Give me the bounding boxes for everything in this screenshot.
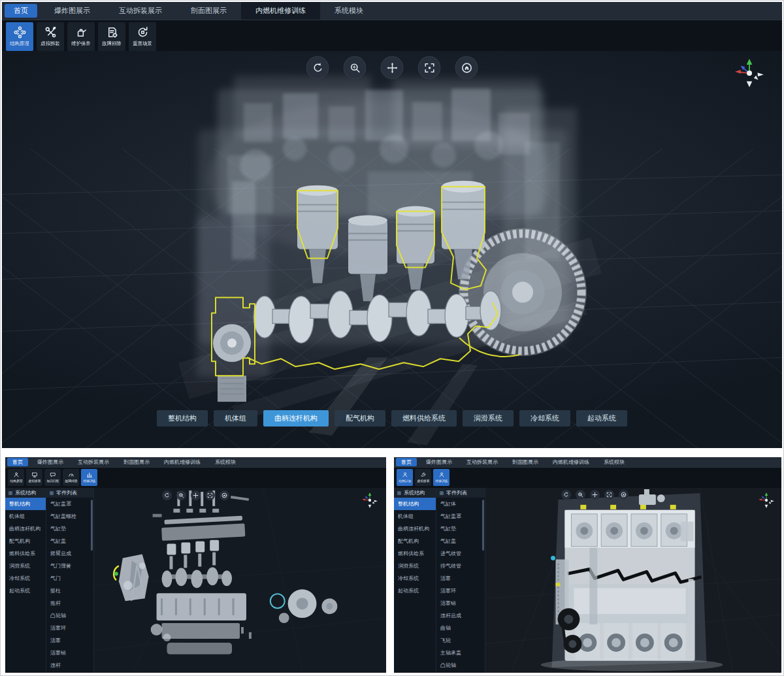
right-part-item[interactable]: 主轴承盖 xyxy=(436,647,485,659)
right-tool-1[interactable]: 结构认知 xyxy=(397,469,413,486)
right-system-item[interactable]: 润滑系统 xyxy=(394,560,436,572)
right-3d-viewport[interactable] xyxy=(485,488,781,673)
right-system-item[interactable]: 燃料供给系 xyxy=(394,547,436,560)
left-tool-3[interactable]: 知识问答 xyxy=(44,469,61,486)
focus-view-button[interactable] xyxy=(604,490,614,500)
right-part-item[interactable]: 连杆总成 xyxy=(436,609,485,622)
scrollbar[interactable] xyxy=(91,500,93,551)
right-part-item[interactable]: 正时齿轮 xyxy=(436,671,485,673)
right-part-item[interactable]: 活塞环 xyxy=(436,585,485,597)
left-system-item[interactable]: 机体组 xyxy=(5,510,46,523)
left-tab[interactable]: 内燃机维修训练 xyxy=(157,457,208,467)
system-category-button[interactable]: 整机结构 xyxy=(157,410,208,427)
pan-view-button[interactable] xyxy=(590,490,600,500)
axis-gizmo[interactable] xyxy=(361,492,378,509)
right-system-item[interactable]: 整机结构 xyxy=(394,498,436,510)
left-part-item[interactable]: 气门 xyxy=(46,572,93,585)
system-category-button[interactable]: 燃料供给系统 xyxy=(391,410,457,427)
right-part-item[interactable]: 气缸体 xyxy=(436,498,485,510)
left-part-item[interactable]: 曲轴 xyxy=(46,671,93,673)
right-tool-2[interactable]: 虚拟拆装 xyxy=(415,469,431,486)
left-part-item[interactable]: 气门弹簧 xyxy=(46,560,93,572)
left-part-item[interactable]: 活塞销 xyxy=(46,647,93,659)
left-system-item[interactable]: 润滑系统 xyxy=(5,560,46,572)
main-tab[interactable]: 爆炸图展示 xyxy=(40,2,105,20)
system-category-button[interactable]: 机体组 xyxy=(214,410,257,427)
right-system-item[interactable]: 机体组 xyxy=(394,510,436,523)
pan-view-button[interactable] xyxy=(191,491,201,500)
mode-maintenance-button[interactable]: 维护保养 xyxy=(67,22,95,51)
right-system-item[interactable]: 曲柄连杆机构 xyxy=(394,523,436,535)
right-system-item[interactable]: 配气机构 xyxy=(394,535,436,547)
right-tab[interactable]: 爆炸图展示 xyxy=(419,457,459,467)
right-part-item[interactable]: 凸轮轴 xyxy=(436,659,485,671)
main-tab[interactable]: 系统模块 xyxy=(320,2,378,20)
right-part-item[interactable]: 曲轴 xyxy=(436,622,485,634)
main-tab[interactable]: 剖面图展示 xyxy=(176,2,241,20)
left-system-item[interactable]: 曲柄连杆机构 xyxy=(5,523,46,535)
right-part-item[interactable]: 气缸垫 xyxy=(436,523,485,535)
left-part-item[interactable]: 活塞 xyxy=(46,634,93,647)
left-tab[interactable]: 互动拆装展示 xyxy=(71,457,116,467)
zoom-view-button[interactable] xyxy=(344,56,367,79)
left-tab[interactable]: 剖面图展示 xyxy=(116,457,157,467)
rotate-view-button[interactable] xyxy=(162,491,172,500)
right-tab[interactable]: 首页 xyxy=(396,458,417,466)
left-part-item[interactable]: 连杆 xyxy=(46,659,93,671)
right-part-item[interactable]: 飞轮 xyxy=(436,634,485,647)
rotate-view-button[interactable] xyxy=(306,56,329,79)
focus-view-button[interactable] xyxy=(418,56,441,79)
left-tool-1[interactable]: 结构原理 xyxy=(8,469,24,486)
zoom-view-button[interactable] xyxy=(176,491,186,500)
right-part-item[interactable]: 进气歧管 xyxy=(436,547,485,560)
reset-view-button[interactable] xyxy=(220,491,229,500)
right-part-item[interactable]: 活塞 xyxy=(436,572,485,585)
pan-view-button[interactable] xyxy=(381,56,404,79)
main-tab[interactable]: 内燃机维修训练 xyxy=(241,2,320,20)
right-tab[interactable]: 内燃机维修训练 xyxy=(546,457,596,467)
main-3d-viewport[interactable]: 整机结构机体组曲柄连杆机构配气机构燃料供给系统润滑系统冷却系统起动系统 xyxy=(2,51,782,448)
mode-structure-button[interactable]: 结构原理 xyxy=(6,22,33,51)
main-tab[interactable]: 互动拆装展示 xyxy=(105,2,176,20)
reset-view-button[interactable] xyxy=(455,56,478,79)
scrollbar[interactable] xyxy=(482,500,484,551)
system-category-button[interactable]: 曲柄连杆机构 xyxy=(263,410,329,427)
right-part-item[interactable]: 气缸盖罩 xyxy=(436,510,485,523)
system-category-button[interactable]: 润滑系统 xyxy=(463,410,514,427)
mode-troubleshoot-button[interactable]: 故障排除 xyxy=(98,22,125,51)
left-system-item[interactable]: 冷却系统 xyxy=(5,572,46,585)
focus-view-button[interactable] xyxy=(205,491,215,500)
system-category-button[interactable]: 冷却系统 xyxy=(519,410,570,427)
left-3d-viewport[interactable] xyxy=(94,488,386,673)
right-tab[interactable]: 互动拆装展示 xyxy=(459,457,505,467)
left-tab[interactable]: 首页 xyxy=(7,458,28,466)
left-part-item[interactable]: 推杆 xyxy=(46,597,93,609)
mode-disassembly-button[interactable]: 虚拟拆装 xyxy=(37,22,64,51)
axis-gizmo[interactable] xyxy=(734,57,765,89)
right-system-item[interactable]: 冷却系统 xyxy=(394,572,436,585)
right-tab[interactable]: 剖面图展示 xyxy=(505,457,546,467)
left-part-item[interactable]: 气缸盖螺栓 xyxy=(46,510,93,523)
right-system-item[interactable]: 起动系统 xyxy=(394,585,436,597)
left-tool-4[interactable]: 故障排除 xyxy=(63,469,79,486)
left-part-item[interactable]: 气缸盖 xyxy=(46,535,93,547)
rotate-view-button[interactable] xyxy=(561,490,571,500)
left-part-item[interactable]: 挺柱 xyxy=(46,585,93,597)
left-part-item[interactable]: 气缸盖罩 xyxy=(46,498,93,510)
system-category-button[interactable]: 配气机构 xyxy=(335,410,385,427)
left-tab[interactable]: 系统模块 xyxy=(208,457,243,467)
left-tool-5[interactable]: 维修训练 xyxy=(81,469,97,486)
left-part-item[interactable]: 摇臂总成 xyxy=(46,547,93,560)
right-tool-3[interactable]: 维修训练 xyxy=(433,469,449,486)
left-part-item[interactable]: 凸轮轴 xyxy=(46,609,93,622)
left-tab[interactable]: 爆炸图展示 xyxy=(30,457,71,467)
left-tool-2[interactable]: 虚拟拆装 xyxy=(26,469,42,486)
left-system-item[interactable]: 整机结构 xyxy=(5,498,46,510)
right-part-item[interactable]: 活塞销 xyxy=(436,597,485,609)
reset-view-button[interactable] xyxy=(619,490,629,500)
left-part-item[interactable]: 气缸垫 xyxy=(46,523,93,535)
right-tab[interactable]: 系统模块 xyxy=(596,457,632,467)
mode-reset-button[interactable]: 重置场景 xyxy=(129,22,156,51)
axis-gizmo[interactable] xyxy=(758,492,775,509)
left-system-item[interactable]: 燃料供给系 xyxy=(5,547,46,560)
